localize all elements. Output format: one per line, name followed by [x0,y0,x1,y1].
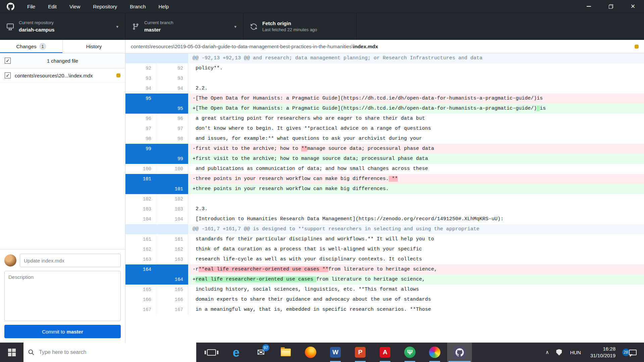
acrobat-reader-icon[interactable]: A [373,343,397,362]
menu-item-repository[interactable]: Repository [87,0,123,13]
diff-row-context: 162162 think of data curation as a proce… [125,244,644,254]
new-line-number[interactable] [156,264,188,275]
restore-button[interactable] [600,0,622,13]
old-line-number[interactable]: 103 [125,204,156,214]
old-line-number[interactable]: 102 [125,194,156,204]
old-line-number[interactable] [125,184,156,194]
menu-item-branch[interactable]: Branch [123,0,152,13]
new-line-number[interactable]: 100 [156,164,188,174]
old-line-number[interactable]: 100 [125,164,156,174]
tray-expand-chevron-icon[interactable]: ∧ [541,349,553,355]
menu-item-view[interactable]: View [63,0,87,13]
action-center-button[interactable]: 28 [629,350,637,355]
old-line-number[interactable]: 94 [125,83,156,94]
old-line-number[interactable]: 163 [125,254,156,264]
menu-item-help[interactable]: Help [152,0,175,13]
edge-icon[interactable]: e [224,343,249,362]
new-line-number[interactable]: 163 [156,254,188,264]
fetch-origin-button[interactable]: Fetch origin Last fetched 22 minutes ago [244,13,357,40]
commit-summary-input[interactable] [20,254,121,267]
menu-item-file[interactable]: File [21,0,42,13]
old-line-number[interactable]: 165 [125,285,156,295]
diff-line-text: and issues, for example:** what question… [188,134,644,144]
new-line-number[interactable]: 98 [156,134,188,144]
diff-line-text: 2.2. [188,83,644,94]
new-line-number[interactable]: 95 [156,104,188,114]
word-icon[interactable]: W [323,343,348,362]
mail-icon[interactable]: ✉97 [249,343,273,362]
new-line-number[interactable]: 93 [156,73,188,83]
menu-item-edit[interactable]: Edit [42,0,63,13]
new-line-number[interactable]: 101 [156,184,188,194]
firefox-icon[interactable] [298,343,323,362]
diff-line-text: +real life researcher-oriented use cases… [188,275,644,285]
clock[interactable]: 16:28 31/10/2019 [586,346,620,359]
new-line-number[interactable] [156,174,188,184]
tab-changes[interactable]: Changes 1 [0,40,63,53]
github-desktop-icon[interactable] [447,343,472,362]
changed-file-row[interactable]: ✓ contents\resources\20...\index.mdx [0,68,125,83]
old-line-number[interactable]: 161 [125,234,156,244]
new-line-number[interactable]: 94 [156,83,188,94]
old-line-number[interactable]: 99 [125,144,156,154]
file-checkbox[interactable]: ✓ [5,72,11,78]
old-line-number[interactable]: 164 [125,264,156,275]
powerpoint-icon[interactable]: P [348,343,373,362]
new-line-number[interactable]: 167 [156,305,188,315]
new-line-number[interactable]: 92 [156,63,188,73]
current-repository-button[interactable]: Current repository dariah-campus ▾ [0,13,125,40]
old-line-number[interactable]: 167 [125,305,156,315]
diff-line-text: -r**eal life researcher-oriented use cas… [188,264,644,275]
current-repository-value: dariah-campus [19,26,55,33]
file-explorer-icon[interactable] [273,343,298,362]
new-line-number[interactable] [156,94,188,104]
new-line-number[interactable]: 96 [156,114,188,124]
current-branch-button[interactable]: Current branch master ▾ [125,13,244,40]
old-line-number[interactable]: 95 [125,94,156,104]
new-line-number[interactable]: 162 [156,244,188,254]
commit-to-master-button[interactable]: Commit to master [4,325,121,338]
taskbar-search-input[interactable] [23,343,196,362]
old-line-number[interactable] [125,154,156,164]
new-line-number[interactable]: 164 [156,275,188,285]
new-line-number[interactable]: 97 [156,124,188,134]
old-line-number[interactable]: 162 [125,244,156,254]
select-all-checkbox[interactable]: ✓ [5,58,11,64]
diff-row-context: 161161 standards for their particular di… [125,234,644,244]
new-line-number[interactable] [156,144,188,154]
new-line-number[interactable]: 166 [156,295,188,305]
old-line-number[interactable]: 101 [125,174,156,184]
gitkraken-icon[interactable]: Ψ [397,343,422,362]
new-line-number[interactable]: 103 [156,204,188,214]
new-line-number[interactable]: 165 [156,285,188,295]
new-line-number[interactable]: 161 [156,234,188,244]
security-shield-icon[interactable] [556,349,562,356]
krita-icon[interactable] [422,343,447,362]
github-desktop-icon [453,346,466,359]
start-button[interactable] [0,343,23,362]
current-repository-label: Current repository [19,20,55,26]
new-line-number[interactable]: 104 [156,214,188,224]
action-center-icon [629,350,637,355]
old-line-number[interactable]: 96 [125,114,156,124]
old-line-number[interactable] [125,275,156,285]
sync-icon [250,23,257,30]
old-line-number[interactable]: 97 [125,124,156,134]
old-line-number[interactable]: 166 [125,295,156,305]
old-line-number[interactable] [125,104,156,114]
close-button[interactable]: × [622,0,644,13]
commit-description-textarea[interactable] [4,271,121,321]
new-line-number[interactable]: 102 [156,194,188,204]
diff-line-text: policy**. [188,63,644,73]
task-view-icon[interactable] [199,343,224,362]
language-indicator[interactable]: HUN [565,350,586,355]
old-line-number[interactable]: 98 [125,134,156,144]
close-icon: × [631,3,635,10]
minimize-button[interactable] [578,0,600,13]
old-line-number[interactable]: 93 [125,73,156,83]
tab-history[interactable]: History [63,40,125,53]
old-line-number[interactable]: 92 [125,63,156,73]
taskbar-search[interactable] [23,343,196,362]
new-line-number[interactable]: 99 [156,154,188,164]
old-line-number[interactable]: 104 [125,214,156,224]
